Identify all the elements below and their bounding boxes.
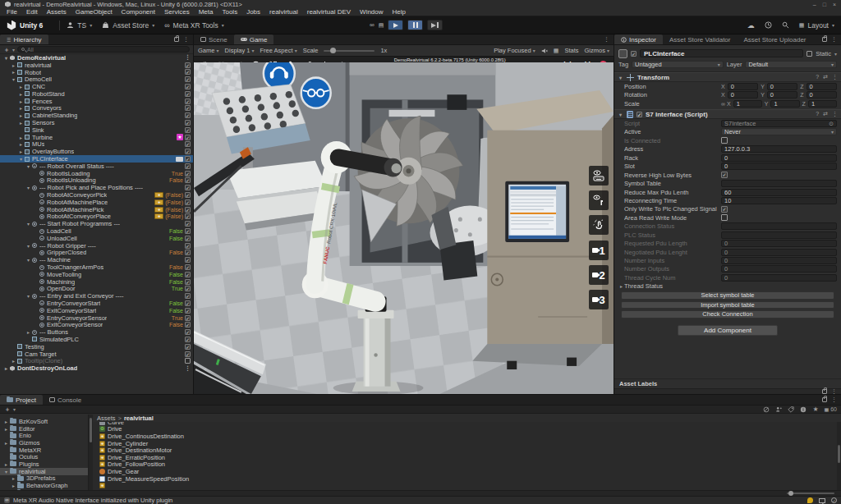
enabled-checkbox[interactable]: ✓ (185, 272, 191, 277)
menu-item-services[interactable]: Services (164, 8, 190, 16)
hierarchy-row[interactable]: ▸realvirtual✓ (0, 62, 193, 69)
camera-view-3-button[interactable]: 3 (589, 290, 609, 309)
more-options-icon[interactable]: ⋮ (185, 365, 191, 372)
expand-arrow[interactable]: ▸ (3, 461, 9, 467)
expand-arrow[interactable]: ▾ (25, 163, 31, 169)
lock-icon[interactable] (174, 37, 179, 42)
value-field[interactable] (721, 231, 837, 239)
folder-row[interactable]: ▸3DPrefabs (0, 475, 88, 483)
add-object-button[interactable]: ＋ (3, 45, 10, 54)
expand-arrow[interactable]: ▸ (18, 135, 24, 140)
play-focused-dropdown[interactable]: Play Focused ▾ (494, 47, 535, 54)
folder-row[interactable]: MetaXR (0, 447, 88, 454)
folder-row[interactable]: ▸Plugins (0, 460, 88, 468)
select-symbol-table-button[interactable]: Select symbol table (621, 291, 834, 300)
enabled-checkbox[interactable]: ✓ (185, 293, 191, 299)
more-options-icon[interactable]: ⋮ (832, 111, 838, 117)
expand-arrow[interactable]: ▾ (3, 55, 9, 61)
minimize-button[interactable]: – (813, 2, 816, 7)
expand-arrow[interactable]: ▸ (25, 329, 31, 335)
tab-console[interactable]: Console (43, 395, 88, 405)
save-search-star-icon[interactable]: ★ (812, 405, 818, 413)
axis-value-field[interactable]: 0 (807, 83, 837, 90)
tab-inspector[interactable]: Inspector (614, 34, 663, 44)
expand-arrow[interactable]: ▸ (18, 105, 24, 111)
layout-dropdown[interactable]: ▦ Layout ▾ (799, 21, 834, 30)
expand-arrow[interactable]: ▸ (11, 69, 16, 75)
enabled-checkbox[interactable]: ✓ (185, 264, 191, 270)
menu-item-tools[interactable]: Tools (222, 8, 237, 16)
enabled-checkbox[interactable]: ✓ (185, 236, 191, 241)
expand-arrow[interactable]: ▸ (11, 475, 16, 481)
hierarchy-row[interactable]: ▸Tooltip(Clone) (0, 357, 193, 364)
hierarchy-row[interactable]: ▸Sensors✓ (0, 119, 193, 126)
enabled-checkbox[interactable]: ✓ (185, 221, 191, 227)
enabled-checkbox[interactable]: ✓ (185, 156, 191, 162)
hierarchy-row[interactable]: ▾--- Robot Overall Status ----✓ (0, 163, 193, 170)
scrollbar-thumb[interactable] (838, 445, 840, 463)
hidden-packages-icon[interactable] (763, 406, 770, 413)
hierarchy-row[interactable]: UnloadCellFalse✓ (0, 235, 193, 242)
hierarchy-row[interactable]: GripperClosedFalse✓ (0, 250, 193, 257)
folder-row[interactable]: ▸Editor (0, 425, 88, 433)
file-row[interactable]: +Drive_ContinousDestination (93, 433, 837, 440)
hierarchy-row[interactable]: ▸DontDestroyOnLoad⋮ (0, 364, 193, 372)
menu-item-jobs[interactable]: Jobs (246, 8, 260, 16)
hierarchy-row[interactable]: ToolChangerArmPosFalse✓ (0, 263, 193, 271)
pause-button[interactable] (407, 20, 423, 30)
expand-arrow[interactable]: ▸ (18, 84, 24, 89)
more-options-icon[interactable]: ⋮ (831, 36, 837, 43)
menu-item-realvirtual[interactable]: realvirtual (269, 8, 298, 16)
status-bar[interactable]: ∞ Meta XR Audio Native Interface initial… (0, 496, 841, 504)
tab-hierarchy[interactable]: ☰ Hierarchy (0, 34, 48, 44)
enabled-checkbox[interactable]: ✓ (185, 127, 191, 133)
hierarchy-row[interactable]: ▸Fences✓ (0, 98, 193, 105)
value-field[interactable]: 0 (721, 154, 837, 162)
expand-arrow[interactable]: ▸ (18, 141, 24, 147)
more-options-icon[interactable]: ⋮ (831, 396, 837, 403)
s7-component-header[interactable]: ▾ ✓ S7 Interface (Script) ? ⇄ ⋮ (614, 109, 841, 119)
file-row[interactable]: Drive_Gear (93, 468, 837, 475)
value-field[interactable]: S7Interface⊙ (721, 120, 837, 127)
camera-view-1-button[interactable]: 1 (589, 241, 609, 260)
value-field[interactable]: 0 (721, 240, 837, 247)
enabled-checkbox[interactable]: ✓ (185, 149, 191, 154)
enabled-checkbox[interactable]: ✓ (185, 171, 191, 176)
hierarchy-row[interactable]: ExitConveyorStartFalse✓ (0, 307, 193, 314)
tab-scene[interactable]: Scene (194, 34, 234, 44)
file-row[interactable]: +Drive_FollowPosition (93, 461, 837, 469)
property-checkbox[interactable] (721, 214, 728, 221)
hierarchy-row[interactable]: RobotAtConveyorPick+(False)✓ (0, 191, 193, 199)
value-field[interactable]: 0 (721, 274, 837, 282)
value-field[interactable] (721, 222, 837, 230)
folder-row[interactable]: Enio (0, 432, 88, 439)
hierarchy-row[interactable]: RobotAtMachinePlace+(False)✓ (0, 199, 193, 206)
more-options-icon[interactable]: ⋮ (832, 74, 838, 80)
expand-arrow[interactable]: ▾ (11, 76, 16, 82)
account-dropdown[interactable]: TS ▾ (67, 21, 92, 30)
hierarchy-row[interactable]: RobotIsUnloadingFalse✓ (0, 177, 193, 185)
toggle-keyboard-overlay-button[interactable] (589, 166, 609, 186)
unity-version-button[interactable]: Unity 6 (7, 21, 43, 30)
meta-xr-tools-dropdown[interactable]: ∞ Meta XR Tools ▾ (164, 21, 224, 30)
value-field[interactable]: 127.0.0.3 (721, 145, 837, 153)
enabled-checkbox[interactable]: ✓ (185, 322, 191, 328)
expand-arrow[interactable]: ▸ (3, 365, 9, 371)
enabled-checkbox[interactable]: ✓ (185, 120, 191, 126)
menu-item-file[interactable]: File (7, 8, 17, 16)
enabled-checkbox[interactable]: ✓ (185, 308, 191, 314)
enabled-checkbox[interactable]: ✓ (185, 135, 191, 140)
hierarchy-row[interactable]: ▾--- Machine✓ (0, 256, 193, 263)
hierarchy-row[interactable]: ▾--- Robot Pick and Place Positions ----… (0, 184, 193, 191)
enabled-checkbox[interactable]: ✓ (185, 192, 191, 198)
enabled-checkbox[interactable]: ✓ (185, 315, 191, 321)
foldout-arrow[interactable]: ▸ (618, 283, 624, 289)
collab-icon[interactable] (807, 497, 813, 503)
expand-arrow[interactable]: ▾ (25, 257, 31, 263)
cloud-icon[interactable]: ☁ (747, 21, 755, 30)
lock-icon[interactable] (822, 397, 827, 402)
expand-arrow[interactable]: ▸ (11, 62, 16, 68)
enabled-checkbox[interactable]: ✓ (185, 199, 191, 205)
value-field[interactable]: 0 (721, 257, 837, 264)
hierarchy-row[interactable]: Sink✓ (0, 126, 193, 134)
